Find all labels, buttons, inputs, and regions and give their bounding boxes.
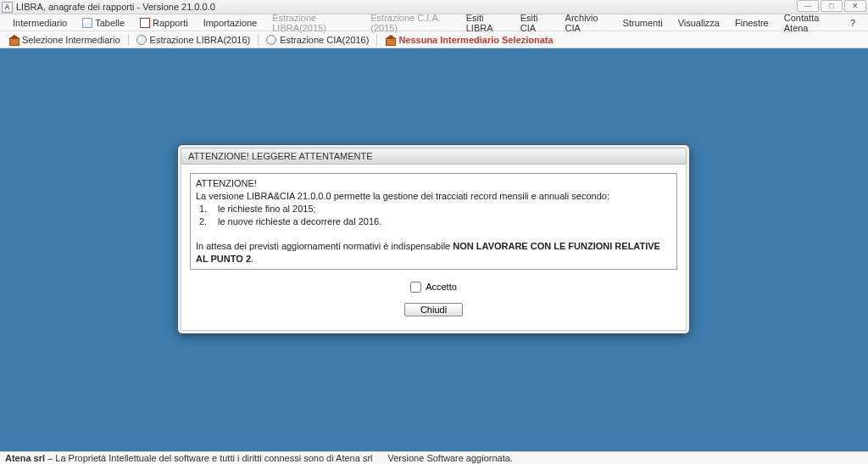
home-icon (8, 35, 19, 45)
tool-estrazione-libra-2016-label: Estrazione LIBRA(2016) (150, 35, 251, 45)
status-company: Atena srl (5, 453, 45, 463)
close-button[interactable]: Chiudi (404, 303, 463, 316)
menu-tabelle[interactable]: Tabelle (75, 16, 132, 30)
accept-label-text: Accetto (426, 282, 457, 292)
status-version: Versione Software aggiornata. (388, 453, 513, 463)
menu-intermediario[interactable]: Intermediario (5, 16, 75, 30)
extract-icon (136, 35, 147, 45)
dialog-body: ATTENZIONE! La versione LIBRA&CIA 21.0.0… (181, 165, 687, 331)
dialog-item1-text: le richieste fino al 2015; (218, 203, 316, 215)
tool-selezione-intermediario[interactable]: Selezione Intermediario (3, 33, 125, 47)
accept-label[interactable]: Accetto (410, 282, 457, 293)
menu-help[interactable]: ? (843, 16, 863, 30)
extract-icon (266, 35, 276, 45)
dialog-intro: La versione LIBRA&CIA 21.0.0.0 permette … (196, 190, 671, 203)
status-copyright-text: – La Proprietà Intellettuale del softwar… (45, 453, 372, 463)
toolbar-separator (258, 34, 259, 46)
dialog-message: ATTENZIONE! La versione LIBRA&CIA 21.0.0… (190, 173, 677, 270)
status-copyright: Atena srl – La Proprietà Intellettuale d… (5, 453, 373, 463)
dialog-list-item-2: 2. le nuove richieste a decorrere dal 20… (199, 215, 671, 228)
dialog-item1-num: 1. (199, 203, 218, 215)
dialog-button-row: Chiudi (190, 303, 677, 316)
menu-rapporti-label: Rapporti (153, 18, 188, 28)
dialog-title: ATTENZIONE! LEGGERE ATTENTAMENTE (181, 148, 687, 165)
window-controls: — □ ✕ (797, 0, 866, 12)
tool-warning-label: Nessuna Intermediario Selezionata (398, 35, 553, 45)
dialog-note: In attesa dei previsti aggiornamenti nor… (196, 240, 671, 266)
toolbar-separator (128, 34, 129, 46)
maximize-button[interactable]: □ (821, 0, 843, 12)
dialog-accept-row: Accetto (190, 282, 677, 294)
window-title: LIBRA, anagrafe dei rapporti - Versione … (16, 2, 215, 12)
dialog-list: 1. le richieste fino al 2015; 2. le nuov… (199, 203, 671, 228)
dialog-item2-num: 2. (199, 215, 218, 228)
minimize-button[interactable]: — (797, 0, 819, 12)
dialog-item2-text: le nuove richieste a decorrere dal 2016. (218, 215, 381, 228)
menu-visualizza[interactable]: Visualizza (670, 16, 727, 30)
table-icon (82, 18, 92, 28)
dialog-heading: ATTENZIONE! (196, 177, 671, 190)
toolbar: Selezione Intermediario Estrazione LIBRA… (0, 31, 868, 48)
tool-warning: Nessuna Intermediario Selezionata (380, 33, 558, 47)
menubar: Intermediario Tabelle Rapporti Importazi… (0, 14, 868, 31)
menu-rapporti[interactable]: Rapporti (132, 16, 196, 30)
home-warning-icon (385, 35, 395, 45)
titlebar: A LIBRA, anagrafe dei rapporti - Version… (0, 0, 868, 14)
tool-estrazione-cia-2016-label: Estrazione CIA(2016) (280, 35, 369, 45)
menu-importazione[interactable]: Importazione (196, 16, 265, 30)
menu-tabelle-label: Tabelle (95, 18, 125, 28)
menu-strumenti[interactable]: Strumenti (615, 16, 670, 30)
toolbar-separator (376, 34, 377, 46)
dialog-list-item-1: 1. le richieste fino al 2015; (199, 203, 671, 215)
tool-estrazione-cia-2016[interactable]: Estrazione CIA(2016) (261, 33, 374, 47)
menu-finestre[interactable]: Finestre (727, 16, 776, 30)
accept-checkbox[interactable] (410, 282, 421, 293)
attention-dialog: ATTENZIONE! LEGGERE ATTENTAMENTE ATTENZI… (177, 144, 690, 334)
app-icon: A (2, 2, 13, 13)
close-window-button[interactable]: ✕ (844, 0, 866, 12)
statusbar: Atena srl – La Proprietà Intellettuale d… (0, 451, 868, 464)
tool-selezione-intermediario-label: Selezione Intermediario (22, 35, 120, 45)
report-icon (140, 18, 150, 28)
dialog-note-prefix: In attesa dei previsti aggiornamenti nor… (196, 241, 453, 251)
dialog-note-suffix: . (251, 254, 253, 264)
tool-estrazione-libra-2016[interactable]: Estrazione LIBRA(2016) (131, 33, 256, 47)
